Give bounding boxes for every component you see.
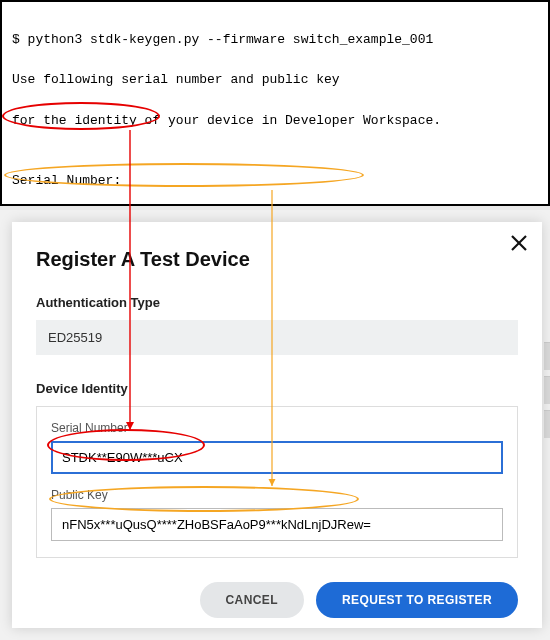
background-stripe	[544, 376, 550, 404]
button-row: CANCEL REQUEST TO REGISTER	[36, 582, 518, 618]
terminal-line: for the identity of your device in Devel…	[12, 111, 538, 131]
device-identity-label: Device Identity	[36, 381, 518, 396]
terminal-serial-label: Serial Number:	[12, 171, 538, 191]
public-key-label: Public Key	[51, 488, 503, 502]
register-device-modal: Register A Test Device Authentication Ty…	[12, 222, 542, 628]
auth-type-value: ED25519	[36, 320, 518, 355]
request-register-button[interactable]: REQUEST TO REGISTER	[316, 582, 518, 618]
terminal-line: $ python3 stdk-keygen.py --firmware swit…	[12, 30, 538, 50]
close-button[interactable]	[510, 234, 528, 256]
serial-number-label: Serial Number	[51, 421, 503, 435]
terminal-window: $ python3 stdk-keygen.py --firmware swit…	[0, 0, 550, 206]
device-identity-group: Serial Number Public Key	[36, 406, 518, 558]
background-stripe	[544, 342, 550, 370]
auth-type-label: Authentication Type	[36, 295, 518, 310]
terminal-line: Use following serial number and public k…	[12, 70, 538, 90]
close-icon	[510, 234, 528, 252]
terminal-output: $ python3 stdk-keygen.py --firmware swit…	[2, 2, 548, 204]
background-stripe	[544, 410, 550, 438]
modal-title: Register A Test Device	[36, 248, 518, 271]
public-key-input[interactable]	[51, 508, 503, 541]
serial-number-input[interactable]	[51, 441, 503, 474]
cancel-button[interactable]: CANCEL	[200, 582, 304, 618]
